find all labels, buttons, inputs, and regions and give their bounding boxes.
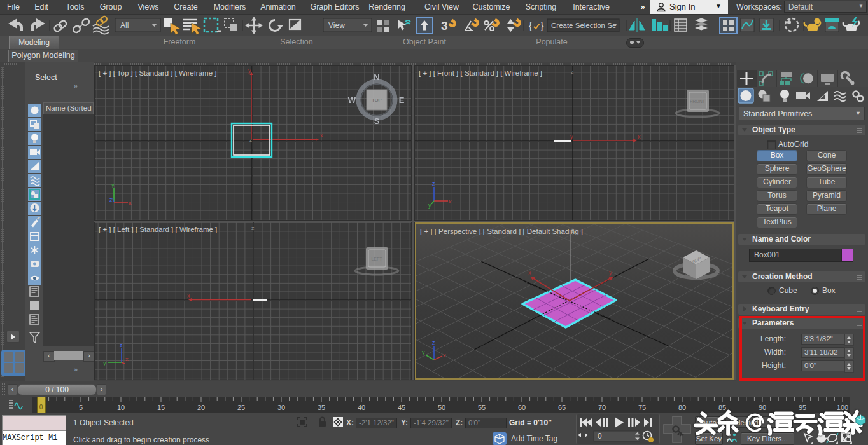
svg-text:S: S <box>374 116 380 126</box>
svg-text:3: 3 <box>441 19 448 32</box>
svg-text:All: All <box>120 21 129 30</box>
svg-text:y: y <box>422 349 425 355</box>
svg-text:y: y <box>111 182 115 188</box>
svg-text:FRONT: FRONT <box>690 99 706 104</box>
svg-text:x: x <box>320 132 323 139</box>
svg-text:45: 45 <box>398 404 405 411</box>
svg-text:75: 75 <box>638 404 646 411</box>
svg-text:25: 25 <box>237 404 245 411</box>
svg-text:0: 0 <box>598 432 602 441</box>
svg-text:y: y <box>248 67 251 74</box>
svg-text:z: z <box>109 196 113 203</box>
svg-text:5: 5 <box>79 404 83 411</box>
svg-text:10: 10 <box>117 404 125 411</box>
svg-text:55: 55 <box>478 404 486 411</box>
svg-text:y: y <box>103 360 106 366</box>
svg-text:z: z <box>432 339 435 346</box>
svg-text:60: 60 <box>518 404 526 411</box>
svg-text:80: 80 <box>678 404 686 411</box>
svg-text:View: View <box>328 21 345 30</box>
svg-text:W: W <box>348 95 356 105</box>
svg-text:Create Selection Se: Create Selection Se <box>551 22 616 29</box>
svg-text:50: 50 <box>438 404 445 411</box>
svg-text:z: z <box>251 225 255 231</box>
svg-text:x: x <box>449 198 452 205</box>
svg-text:y: y <box>609 270 612 276</box>
svg-text:z: z <box>432 181 435 187</box>
svg-text:35: 35 <box>318 404 325 411</box>
svg-text:x: x <box>187 292 190 299</box>
svg-text:x: x <box>129 200 132 206</box>
svg-text:x: x <box>125 356 129 362</box>
svg-text:z: z <box>120 342 123 348</box>
svg-text:LEFT: LEFT <box>371 257 382 261</box>
svg-text:x: x <box>443 352 446 359</box>
svg-text:{: { <box>529 20 533 31</box>
svg-text:TOP: TOP <box>372 97 381 103</box>
svg-text:65: 65 <box>558 404 566 411</box>
svg-text:z: z <box>249 137 253 143</box>
svg-text:E: E <box>399 95 405 105</box>
svg-text:70: 70 <box>598 404 606 411</box>
svg-text:y: y <box>428 202 431 209</box>
svg-text:40: 40 <box>358 404 365 411</box>
svg-text:15: 15 <box>157 404 165 411</box>
svg-text:z: z <box>571 69 574 75</box>
svg-text:30: 30 <box>277 404 285 411</box>
svg-text:x: x <box>638 134 641 140</box>
svg-text:}: } <box>540 20 544 31</box>
svg-text:20: 20 <box>197 404 205 411</box>
svg-text:y: y <box>570 134 573 140</box>
svg-text:N: N <box>374 72 379 82</box>
svg-text:x: x <box>528 270 531 276</box>
